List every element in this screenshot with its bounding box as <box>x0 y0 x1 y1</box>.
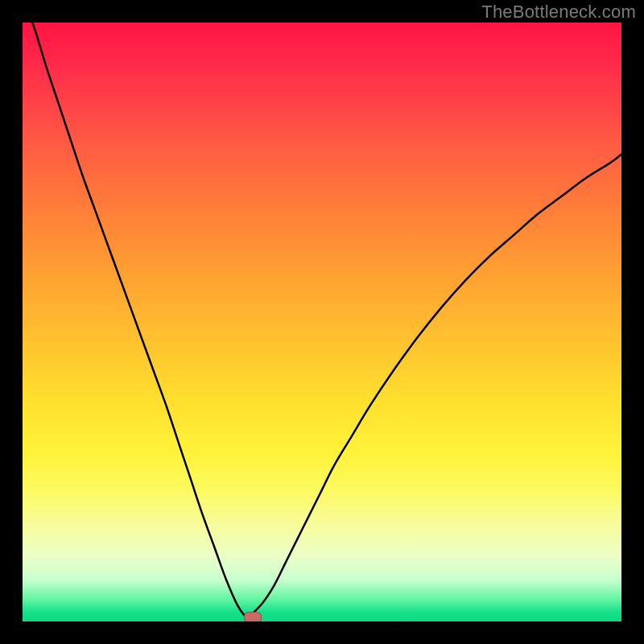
curve-path-right <box>247 155 621 619</box>
curve-path-left <box>23 23 247 618</box>
plot-area <box>23 23 621 621</box>
chart-frame: TheBottleneck.com <box>0 0 644 644</box>
minimum-marker <box>244 612 262 621</box>
watermark-text: TheBottleneck.com <box>481 2 636 23</box>
bottleneck-curve <box>23 23 621 621</box>
